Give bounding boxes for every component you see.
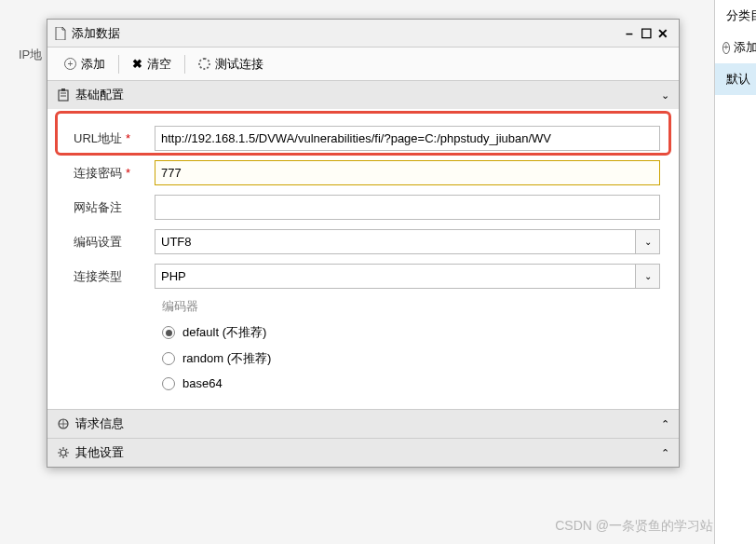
basic-config-panel: 基础配置 ⌄ URL地址* 连接密码* 网站备注 (47, 81, 679, 410)
type-row: 连接类型 PHP ⌄ (66, 264, 660, 289)
remark-label: 网站备注 (66, 199, 155, 216)
encoding-row: 编码设置 UTF8 ⌄ (66, 229, 660, 254)
encoder-default[interactable]: default (不推荐) (162, 324, 660, 341)
other-settings-panel: 其他设置 ⌃ (47, 439, 679, 467)
default-folder-label: 默认 (726, 71, 750, 88)
x-icon: ✖ (132, 57, 142, 71)
categories-label: 分类目 (726, 7, 756, 24)
encoder-title: 编码器 (162, 298, 660, 315)
add-data-modal: 添加数据 – ☐ ✕ + 添加 ✖ 清空 测试连接 基础配置 ⌄ (47, 19, 680, 468)
password-label: 连接密码* (66, 165, 155, 182)
svg-point-4 (61, 450, 66, 456)
plus-icon: + (722, 42, 730, 54)
add-button[interactable]: + 添加 (55, 52, 115, 76)
url-input[interactable] (155, 126, 660, 151)
maximize-button[interactable]: ☐ (638, 25, 655, 42)
separator (184, 55, 185, 74)
chevron-down-icon[interactable]: ⌄ (635, 265, 659, 288)
categories-header[interactable]: 分类目 (715, 0, 756, 32)
test-connection-button[interactable]: 测试连接 (189, 52, 273, 76)
password-input[interactable] (155, 160, 660, 185)
encoding-label: 编码设置 (66, 234, 155, 251)
browser-icon (57, 417, 70, 430)
encoder-base64-label: base64 (182, 376, 223, 390)
request-info-panel: 请求信息 ⌃ (47, 410, 679, 439)
chevron-down-icon[interactable]: ⌄ (635, 230, 659, 253)
radio-icon (162, 352, 175, 365)
request-info-title: 请求信息 (75, 415, 124, 432)
add-category[interactable]: + 添加 (715, 32, 756, 63)
basic-config-body: URL地址* 连接密码* 网站备注 编码设置 UTF8 ⌄ (47, 109, 679, 409)
ip-label: IP地 (19, 47, 42, 63)
radio-icon (162, 377, 175, 390)
spinner-icon (198, 58, 210, 70)
remark-row: 网站备注 (66, 195, 660, 220)
remark-input[interactable] (155, 195, 660, 220)
encoder-base64[interactable]: base64 (162, 376, 660, 390)
password-row: 连接密码* (66, 160, 660, 185)
watermark: CSDN @一条贤鱼的学习站 (555, 518, 713, 535)
encoder-default-label: default (不推荐) (182, 324, 266, 341)
close-button[interactable]: ✕ (655, 25, 671, 42)
modal-titlebar: 添加数据 – ☐ ✕ (47, 20, 679, 48)
encoding-value: UTF8 (155, 230, 635, 253)
test-button-label: 测试连接 (215, 56, 263, 73)
encoder-random-label: random (不推荐) (182, 350, 271, 367)
chevron-up-icon: ⌃ (661, 418, 669, 430)
basic-config-header[interactable]: 基础配置 ⌄ (47, 81, 679, 109)
request-info-header[interactable]: 请求信息 ⌃ (47, 410, 679, 438)
plus-icon: + (64, 58, 76, 70)
type-select[interactable]: PHP ⌄ (155, 264, 660, 289)
basic-config-title: 基础配置 (75, 87, 124, 103)
other-settings-title: 其他设置 (75, 444, 124, 461)
encoding-select[interactable]: UTF8 ⌄ (155, 229, 660, 254)
svg-rect-1 (61, 88, 65, 91)
other-settings-header[interactable]: 其他设置 ⌃ (47, 439, 679, 467)
type-value: PHP (155, 265, 635, 288)
radio-icon (162, 326, 175, 339)
clear-button-label: 清空 (147, 56, 171, 73)
right-sidebar: 分类目 + 添加 默认 (714, 0, 756, 544)
gear-icon (57, 446, 70, 459)
clear-button[interactable]: ✖ 清空 (123, 52, 181, 76)
add-category-label: 添加 (734, 39, 756, 56)
modal-title: 添加数据 (72, 25, 621, 42)
clipboard-icon (57, 88, 70, 102)
add-button-label: 添加 (81, 56, 105, 73)
url-row: URL地址* (66, 126, 660, 151)
url-label: URL地址* (66, 130, 155, 147)
modal-toolbar: + 添加 ✖ 清空 测试连接 (47, 48, 679, 81)
minimize-button[interactable]: – (621, 25, 638, 42)
chevron-up-icon: ⌃ (661, 447, 669, 459)
encoder-random[interactable]: random (不推荐) (162, 350, 660, 367)
default-folder[interactable]: 默认 (715, 63, 756, 95)
separator (118, 55, 119, 74)
type-label: 连接类型 (66, 268, 155, 285)
encoder-section: 编码器 default (不推荐) random (不推荐) base64 (162, 298, 660, 390)
document-icon (55, 27, 66, 40)
chevron-down-icon: ⌄ (661, 89, 669, 102)
